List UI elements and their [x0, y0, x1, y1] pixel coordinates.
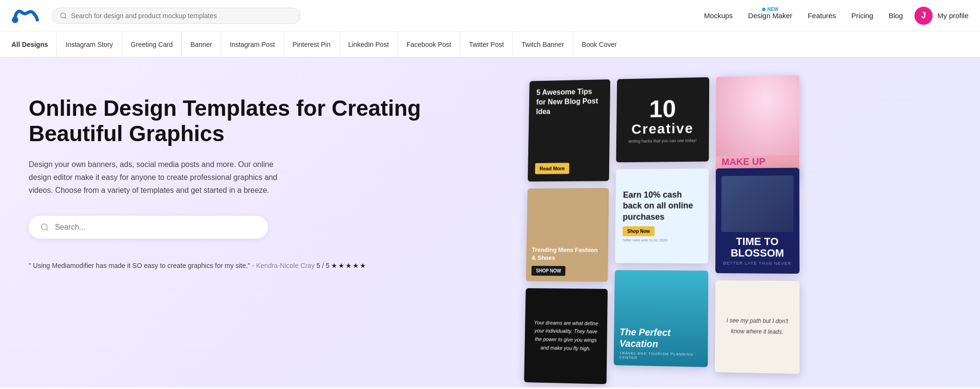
sub-nav-all-designs[interactable]: All Designs: [10, 32, 57, 57]
profile-label: My profile: [937, 11, 969, 20]
collage: 5 Awesome Tips for New Blog Post Idea Re…: [515, 61, 980, 388]
sub-nav: All Designs Instagram Story Greeting Car…: [0, 32, 980, 57]
hero-title: Online Design Templates for Creating Bea…: [29, 96, 481, 146]
card-path-text: I see my path but I don't know where it …: [721, 316, 793, 338]
svg-point-2: [41, 224, 47, 230]
sub-nav-linkedin-post[interactable]: LinkedIn Post: [340, 32, 398, 57]
card-blossom-line1: TIME TO: [736, 236, 779, 247]
hero-search-input[interactable]: [55, 223, 256, 232]
card-cashback-title: Earn 10% cash back on all online purchas…: [623, 189, 701, 223]
card-makeup-line1: MAKE UP: [722, 156, 794, 167]
sub-nav-pinterest-pin[interactable]: Pinterest Pin: [284, 32, 339, 57]
new-badge: NEW: [762, 7, 778, 12]
sub-nav-twitter-post[interactable]: Twitter Post: [460, 32, 513, 57]
card-vacation: The Perfect Vacation TRAVEL AND TOURISM …: [613, 270, 708, 367]
nav-blog[interactable]: Blog: [889, 11, 903, 20]
card-vacation-title: The Perfect Vacation: [619, 326, 702, 351]
testimonial: " Using Mediamodifier has made it SO eas…: [29, 262, 481, 269]
hero-right: 5 Awesome Tips for New Blog Post Idea Re…: [510, 57, 980, 388]
header: Mockups NEW Design Maker Features Pricin…: [0, 0, 980, 32]
card-cashback-cta: Shop Now: [623, 226, 655, 236]
card-blossom-line2: BLOSSOM: [731, 247, 784, 259]
card-dream-subtitle: writing hacks that you can use today!: [628, 138, 697, 144]
hero-left: Online Design Templates for Creating Bea…: [0, 57, 510, 388]
sub-nav-facebook-post[interactable]: Facebook Post: [398, 32, 460, 57]
card-dream-number: 10: [649, 97, 676, 121]
card-fashion-cta: SHOP NOW: [531, 266, 566, 276]
card-makeup: MAKE UP WORKSHOP: [716, 75, 800, 180]
card-cashback: Earn 10% cash back on all online purchas…: [615, 168, 709, 264]
avatar: J: [914, 7, 933, 25]
hero-search-icon: [40, 222, 49, 232]
card-blog-cta: Read More: [535, 163, 569, 174]
main-nav: Mockups NEW Design Maker Features Pricin…: [704, 11, 903, 20]
sub-nav-twitch-banner[interactable]: Twitch Banner: [513, 32, 573, 57]
nav-design-maker[interactable]: NEW Design Maker: [748, 11, 792, 20]
svg-point-1: [61, 13, 66, 18]
card-fashion-title: Trending Mens Fashion & Shoes: [532, 246, 602, 263]
card-fashion: Trending Mens Fashion & Shoes SHOP NOW: [526, 188, 609, 282]
logo[interactable]: [11, 5, 40, 26]
card-blossom: TIME TO BLOSSOM BETTER LATE THAN NEVER: [715, 168, 800, 274]
nav-mockups[interactable]: Mockups: [704, 11, 733, 20]
search-input[interactable]: [71, 12, 292, 20]
hero-section: Online Design Templates for Creating Bea…: [0, 57, 980, 388]
sub-nav-book-cover[interactable]: Book Cover: [573, 32, 625, 57]
card-quote: Your dreams are what define your individ…: [524, 288, 608, 384]
card-quote-text: Your dreams are what define your individ…: [532, 319, 600, 353]
profile-area[interactable]: J My profile: [914, 7, 969, 25]
card-blog: 5 Awesome Tips for New Blog Post Idea Re…: [528, 79, 610, 182]
svg-point-0: [12, 16, 19, 23]
card-dream: 10 Creative writing hacks that you can u…: [616, 77, 709, 162]
sub-nav-banner[interactable]: Banner: [182, 32, 221, 57]
sub-nav-instagram-post[interactable]: Instagram Post: [221, 32, 284, 57]
card-path: I see my path but I don't know where it …: [715, 280, 800, 374]
card-blog-title: 5 Awesome Tips for New Blog Post Idea: [536, 87, 603, 116]
nav-features[interactable]: Features: [808, 11, 836, 20]
sub-nav-instagram-story[interactable]: Instagram Story: [57, 32, 122, 57]
card-blossom-sub: BETTER LATE THAN NEVER: [723, 261, 791, 266]
hero-description: Design your own banners, ads, social med…: [29, 158, 278, 197]
card-cashback-note: *offer valid until 31.01.2020: [623, 238, 701, 243]
search-bar[interactable]: [52, 8, 301, 24]
nav-pricing[interactable]: Pricing: [851, 11, 873, 20]
sub-nav-greeting-card[interactable]: Greeting Card: [122, 32, 182, 57]
card-dream-title: Creative: [631, 121, 693, 137]
hero-search-bar[interactable]: [29, 216, 268, 239]
card-vacation-sub: TRAVEL AND TOURISM PLANNING CENTER: [619, 351, 702, 361]
search-icon: [60, 12, 67, 20]
